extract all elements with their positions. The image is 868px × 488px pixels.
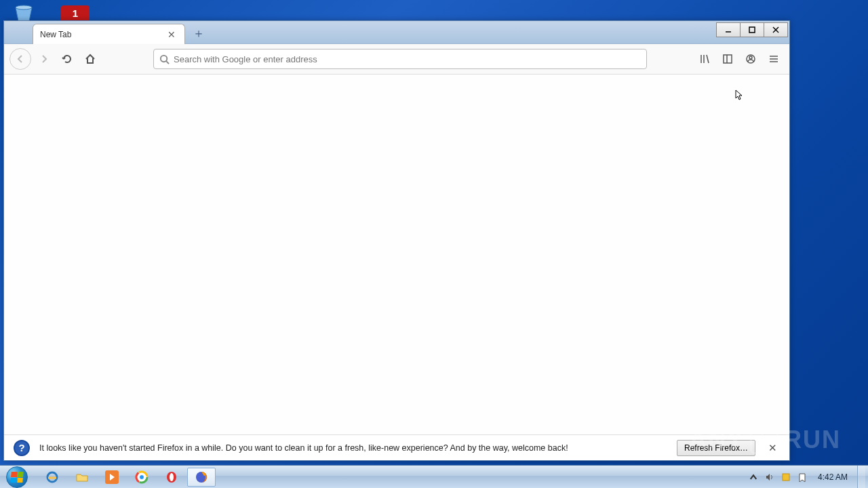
forward-button[interactable]: [34, 49, 54, 69]
tray-expand-icon[interactable]: [747, 471, 760, 483]
info-icon: ?: [14, 440, 30, 456]
refresh-firefox-infobar: ? It looks like you haven't started Fire…: [4, 434, 789, 460]
reload-button[interactable]: [57, 49, 77, 69]
tab-title: New Tab: [40, 30, 165, 39]
play-icon: [750, 426, 778, 454]
taskbar-chrome[interactable]: [127, 468, 156, 487]
maximize-button[interactable]: [740, 22, 764, 37]
taskbar-clock[interactable]: 4:42 AM: [812, 472, 853, 482]
action-center-icon[interactable]: [796, 471, 808, 483]
start-button[interactable]: [0, 466, 34, 489]
new-tab-button[interactable]: ＋: [189, 24, 208, 43]
svg-point-24: [170, 473, 174, 481]
svg-rect-10: [724, 55, 732, 63]
svg-line-9: [707, 55, 709, 63]
svg-rect-26: [783, 474, 789, 481]
account-button[interactable]: [741, 49, 761, 69]
volume-icon[interactable]: [764, 471, 776, 483]
search-icon: [159, 54, 170, 64]
minimize-button[interactable]: [716, 22, 741, 37]
close-window-button[interactable]: [764, 22, 788, 37]
svg-point-13: [749, 56, 752, 59]
taskbar-firefox[interactable]: [187, 468, 216, 487]
watermark-right: RUN: [784, 426, 841, 454]
taskbar-opera[interactable]: [157, 468, 186, 487]
taskbar-items: [34, 466, 216, 488]
address-input[interactable]: [174, 54, 641, 64]
address-bar[interactable]: [153, 49, 647, 69]
show-desktop-button[interactable]: [857, 466, 865, 489]
watermark: ANY RUN: [689, 426, 841, 454]
desktop-red-app-icon[interactable]: 1: [61, 5, 90, 20]
window-controls: [717, 22, 788, 37]
infobar-message: It looks like you haven't started Firefo…: [39, 443, 667, 453]
tab-close-button[interactable]: ✕: [165, 28, 178, 41]
taskbar-ie[interactable]: [38, 468, 66, 487]
tray-shield-icon[interactable]: [780, 471, 792, 483]
home-button[interactable]: [80, 49, 100, 69]
taskbar-media[interactable]: [98, 468, 126, 487]
firefox-window: New Tab ✕ ＋ ? It looks like you hav: [3, 20, 790, 461]
watermark-left: ANY: [689, 426, 745, 454]
navigation-toolbar: [4, 44, 789, 75]
svg-rect-2: [749, 27, 755, 33]
taskbar: 4:42 AM: [0, 465, 868, 488]
svg-point-0: [16, 5, 32, 9]
system-tray: 4:42 AM: [747, 466, 868, 488]
mouse-cursor-icon: [735, 89, 743, 102]
page-content: [4, 75, 789, 434]
svg-point-5: [161, 55, 167, 61]
svg-point-22: [140, 474, 144, 479]
menu-button[interactable]: [764, 49, 784, 69]
red-badge-text: 1: [73, 7, 78, 19]
svg-line-6: [166, 61, 169, 64]
titlebar: New Tab ✕ ＋: [4, 21, 789, 44]
sidebar-button[interactable]: [717, 49, 738, 69]
tab-new-tab[interactable]: New Tab ✕: [33, 24, 185, 44]
back-button[interactable]: [9, 48, 31, 70]
tabstrip: New Tab ✕ ＋: [4, 21, 208, 43]
taskbar-explorer[interactable]: [68, 468, 96, 487]
library-button[interactable]: [694, 49, 715, 69]
